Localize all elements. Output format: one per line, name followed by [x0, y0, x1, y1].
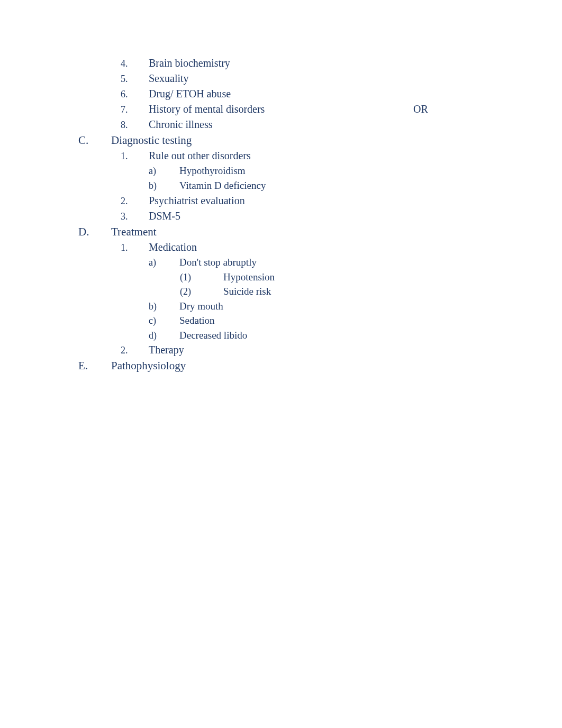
list-text: Don't stop abruptly [179, 255, 257, 270]
list-item: 2. Therapy [121, 342, 562, 358]
list-marker: 2. [121, 194, 149, 208]
list-item: 1. Rule out other disorders [121, 148, 562, 163]
section-title: Diagnostic testing [111, 132, 192, 148]
list-text: Hypotension [223, 270, 275, 285]
list-marker: 3. [121, 210, 149, 223]
side-annotation: OR [413, 102, 428, 117]
list-marker: a) [149, 256, 179, 269]
list-text: Medication [149, 240, 197, 255]
list-item: 8. Chronic illness [121, 117, 562, 132]
list-text: History of mental disorders [149, 102, 265, 117]
list-text: Suicide risk [223, 284, 271, 299]
list-marker: b) [149, 179, 179, 193]
list-item: a) Hypothyroidism [149, 163, 562, 178]
list-item: 5. Sexuality [121, 71, 562, 86]
list-item: 3. DSM-5 [121, 208, 562, 224]
list-item: 4. Brain biochemistry [121, 56, 562, 71]
section-e-heading: E. Pathophysiology [78, 358, 562, 374]
list-text: Decreased libido [179, 328, 247, 343]
section-marker: C. [78, 132, 111, 148]
section-title: Pathophysiology [111, 358, 186, 374]
list-item: 2. Psychiatrist evaluation [121, 193, 562, 208]
list-marker: 7. [121, 103, 149, 116]
list-text: Dry mouth [179, 299, 223, 314]
section-d-heading: D. Treatment [78, 224, 562, 240]
list-marker: c) [149, 314, 179, 327]
list-text: Drug/ ETOH abuse [149, 86, 231, 102]
list-text: Vitamin D deficiency [179, 178, 266, 193]
list-item: 7. History of mental disorders OR [121, 102, 562, 117]
list-marker: 1. [121, 149, 149, 163]
list-marker: 4. [121, 57, 149, 70]
list-marker: d) [149, 329, 179, 342]
list-text: Therapy [149, 342, 184, 358]
list-item: (1) Hypotension [180, 270, 562, 285]
list-text: DSM-5 [149, 208, 180, 224]
list-item: c) Sedation [149, 313, 562, 328]
list-item: b) Dry mouth [149, 299, 562, 314]
list-text: Rule out other disorders [149, 148, 251, 163]
section-marker: E. [78, 358, 111, 374]
list-text: Psychiatrist evaluation [149, 193, 245, 208]
section-title: Treatment [111, 224, 157, 240]
list-item: 1. Medication [121, 240, 562, 255]
list-marker: 5. [121, 72, 149, 86]
list-item: a) Don't stop abruptly [149, 255, 562, 270]
list-marker: 1. [121, 241, 149, 254]
list-marker: b) [149, 299, 179, 313]
list-marker: 2. [121, 343, 149, 357]
list-marker: a) [149, 164, 179, 178]
list-marker: (1) [180, 270, 223, 284]
section-c-heading: C. Diagnostic testing [78, 132, 562, 148]
outline-document: 4. Brain biochemistry 5. Sexuality 6. Dr… [78, 56, 562, 374]
list-item: (2) Suicide risk [180, 284, 562, 299]
list-text: Brain biochemistry [149, 56, 230, 71]
list-text: Hypothyroidism [179, 163, 246, 178]
list-text: Sexuality [149, 71, 189, 86]
list-item: 6. Drug/ ETOH abuse [121, 86, 562, 102]
list-text: Chronic illness [149, 117, 213, 132]
list-item: d) Decreased libido [149, 328, 562, 343]
list-text: Sedation [179, 313, 215, 328]
list-marker: 6. [121, 87, 149, 101]
section-marker: D. [78, 224, 111, 240]
list-item: b) Vitamin D deficiency [149, 178, 562, 193]
list-marker: 8. [121, 118, 149, 132]
list-marker: (2) [180, 285, 223, 298]
